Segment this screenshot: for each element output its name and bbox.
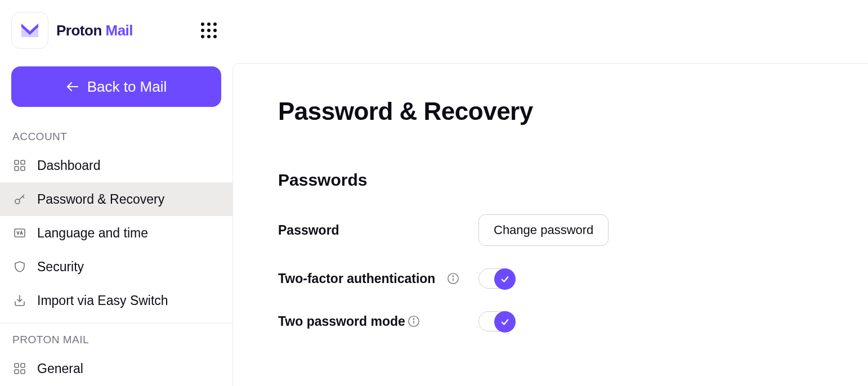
- twofa-toggle[interactable]: [478, 268, 516, 289]
- sidebar-item-label: Password & Recovery: [37, 192, 164, 207]
- svg-rect-10: [15, 160, 19, 164]
- svg-point-7: [207, 35, 211, 38]
- sidebar-item-label: Import via Easy Switch: [37, 293, 168, 308]
- shield-icon: [12, 259, 27, 274]
- import-icon: [12, 293, 27, 308]
- setting-row-two-password-mode: Two password mode: [278, 311, 823, 331]
- svg-point-14: [15, 199, 20, 204]
- info-icon[interactable]: [408, 315, 420, 327]
- brand-primary: Proton: [56, 22, 102, 39]
- sidebar-section-label-protonmail: Proton Mail: [0, 324, 232, 352]
- sidebar-item-label: Security: [37, 259, 84, 275]
- svg-rect-17: [15, 229, 25, 237]
- sidebar-item-language-time[interactable]: Language and time: [0, 216, 232, 250]
- svg-point-24: [453, 276, 453, 276]
- check-icon: [500, 317, 510, 327]
- svg-rect-11: [21, 160, 25, 164]
- sidebar-item-import-easy-switch[interactable]: Import via Easy Switch: [0, 284, 232, 317]
- apps-grid-icon: [200, 22, 217, 39]
- setting-label-two-password-mode: Two password mode: [278, 312, 408, 330]
- setting-row-password: Password Change password: [278, 214, 823, 246]
- svg-point-1: [207, 23, 211, 26]
- svg-point-2: [213, 23, 217, 26]
- svg-point-5: [213, 29, 217, 32]
- sidebar: Back to Mail Account Dashboard Password …: [0, 61, 232, 386]
- back-to-mail-button[interactable]: Back to Mail: [11, 66, 221, 107]
- dashboard-icon: [12, 158, 27, 173]
- setting-label-twofa: Two-factor authentication: [278, 270, 447, 288]
- sidebar-item-general[interactable]: General: [0, 352, 232, 385]
- arrow-left-icon: [66, 80, 79, 93]
- setting-row-twofa: Two-factor authentication: [278, 268, 823, 289]
- svg-point-4: [207, 29, 211, 32]
- section-title-passwords: Passwords: [278, 170, 823, 190]
- sidebar-item-dashboard[interactable]: Dashboard: [0, 149, 232, 182]
- svg-rect-20: [15, 370, 19, 374]
- app-logo-text: Proton Mail: [56, 22, 133, 39]
- sidebar-item-label: Dashboard: [37, 158, 101, 173]
- brand-secondary: Mail: [106, 22, 133, 39]
- app-logo-box[interactable]: [11, 12, 48, 49]
- svg-rect-21: [21, 370, 25, 374]
- proton-mail-logo-icon: [19, 19, 41, 42]
- svg-rect-13: [21, 167, 25, 170]
- check-icon: [500, 274, 510, 284]
- svg-line-16: [23, 196, 24, 198]
- toggle-knob: [494, 268, 516, 290]
- page-title: Password & Recovery: [278, 97, 823, 125]
- body-row: Back to Mail Account Dashboard Password …: [0, 61, 868, 386]
- grid-icon: [12, 361, 27, 376]
- svg-point-0: [201, 23, 204, 26]
- svg-point-6: [201, 35, 204, 38]
- svg-point-8: [213, 35, 217, 38]
- toggle-knob: [494, 311, 516, 333]
- sidebar-item-label: Language and time: [37, 226, 148, 241]
- sidebar-item-label: General: [37, 361, 83, 376]
- svg-point-3: [201, 29, 204, 32]
- sidebar-item-security[interactable]: Security: [0, 250, 232, 284]
- two-password-mode-toggle[interactable]: [478, 311, 516, 331]
- svg-rect-19: [21, 363, 25, 367]
- setting-label-password: Password: [278, 221, 447, 239]
- main-content: Password & Recovery Passwords Password C…: [232, 63, 868, 386]
- sidebar-item-password-recovery[interactable]: Password & Recovery: [0, 182, 232, 216]
- key-icon: [12, 192, 27, 207]
- svg-rect-18: [15, 363, 19, 367]
- apps-switcher-button[interactable]: [200, 22, 217, 39]
- info-icon[interactable]: [447, 272, 459, 285]
- language-icon: [12, 226, 27, 240]
- change-password-button[interactable]: Change password: [478, 214, 609, 246]
- back-button-label: Back to Mail: [87, 78, 167, 96]
- sidebar-section-label-account: Account: [0, 120, 232, 149]
- app-header: Proton Mail: [0, 0, 868, 61]
- svg-point-27: [413, 318, 414, 319]
- svg-rect-12: [15, 167, 19, 170]
